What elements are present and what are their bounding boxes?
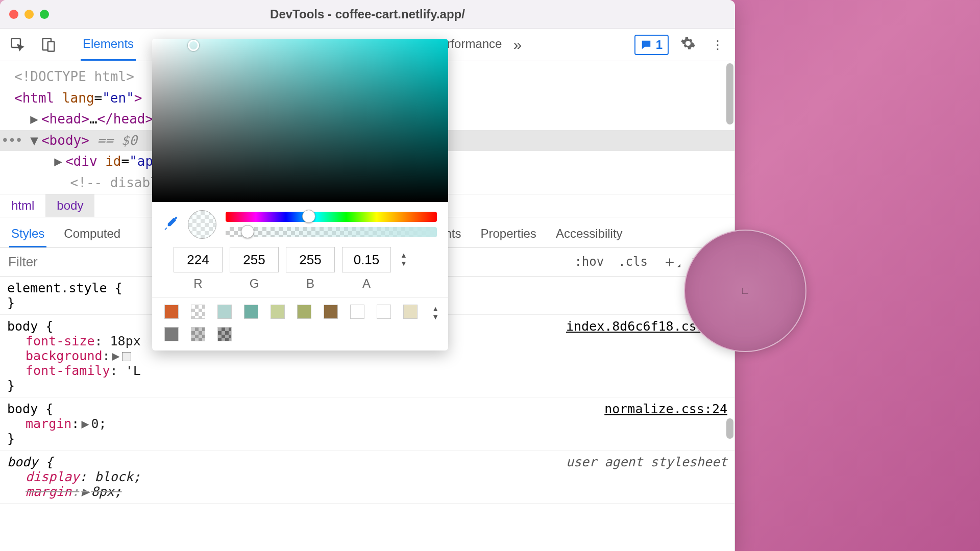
swatch[interactable] [244,305,258,319]
saturation-field[interactable] [152,39,448,202]
hov-button[interactable]: :hov [572,252,606,272]
issues-count: 1 [656,38,663,52]
palette: ▲▼ [152,297,448,350]
tab-elements[interactable]: Elements [81,29,136,61]
scrollbar[interactable] [726,418,733,551]
css-rule[interactable]: normalize.css:24 body { margin:▶0; } [0,397,734,450]
close-window-icon[interactable] [9,10,18,19]
swatch[interactable] [403,305,418,319]
collapse-icon[interactable]: ▼ [30,130,38,152]
scrollbar[interactable] [726,63,733,181]
a-input[interactable] [342,247,391,272]
crumb-html[interactable]: html [0,194,45,217]
hue-slider[interactable] [226,212,437,222]
b-input[interactable] [286,247,335,272]
expand-icon[interactable]: ▶ [112,348,120,363]
ellipsis-icon: ••• [1,130,22,152]
minimize-window-icon[interactable] [24,10,34,19]
alpha-slider[interactable] [226,227,437,237]
more-tabs-icon[interactable]: » [513,36,522,54]
swatch[interactable] [164,327,179,341]
swatch[interactable] [191,305,205,319]
hue-handle[interactable] [302,210,315,223]
current-color-swatch [188,210,216,239]
expand-icon[interactable]: ▶ [30,109,38,130]
crumb-body[interactable]: body [45,194,94,217]
swatch[interactable] [350,305,364,319]
swatch[interactable] [164,305,179,319]
svg-rect-2 [48,41,55,51]
swatch[interactable] [191,327,205,341]
tab-accessibility[interactable]: Accessibility [554,221,625,247]
eyedropper-icon[interactable] [163,215,179,234]
inspect-element-icon[interactable] [7,34,29,56]
swatch[interactable] [297,305,311,319]
color-picker: R G B A ▲▼ ▲▼ [152,39,448,350]
issues-badge[interactable]: 1 [634,35,669,55]
tab-properties[interactable]: Properties [478,221,538,247]
saturation-handle[interactable] [188,40,199,51]
color-inputs: R G B A ▲▼ [152,243,448,297]
device-toolbar-icon[interactable] [38,34,59,56]
css-rule[interactable]: user agent stylesheet body { display: bl… [0,450,734,504]
r-input[interactable] [174,247,223,272]
swatch[interactable] [217,327,232,341]
zoom-window-icon[interactable] [40,10,49,19]
color-swatch-icon[interactable] [122,352,131,361]
swatch[interactable] [324,305,338,319]
alpha-handle[interactable] [241,225,254,238]
swatch[interactable] [217,305,232,319]
source-link[interactable]: normalize.css:24 [604,402,727,416]
message-icon [641,39,652,51]
expand-icon[interactable]: ▶ [81,416,89,431]
expand-icon[interactable]: ▶ [54,151,62,172]
source-label: user agent stylesheet [566,455,727,469]
palette-cycle-icon[interactable]: ▲▼ [432,305,439,321]
eyedropper-loupe[interactable] [684,230,806,352]
swatch[interactable] [377,305,391,319]
kebab-menu-icon[interactable]: ⋮ [707,38,728,52]
scrollbar-thumb[interactable] [726,418,733,439]
format-cycle-icon[interactable]: ▲▼ [400,251,407,267]
swatch[interactable] [271,305,285,319]
window-controls [9,10,49,19]
tab-computed[interactable]: Computed [62,221,122,247]
tab-styles[interactable]: Styles [9,221,46,247]
titlebar: DevTools - coffee-cart.netlify.app/ [0,0,735,29]
new-rule-icon[interactable]: ＋◢ [660,248,682,276]
g-input[interactable] [230,247,279,272]
window-title: DevTools - coffee-cart.netlify.app/ [270,7,465,21]
cls-button[interactable]: .cls [616,252,650,272]
scrollbar-thumb[interactable] [726,63,733,124]
settings-icon[interactable] [678,36,698,54]
